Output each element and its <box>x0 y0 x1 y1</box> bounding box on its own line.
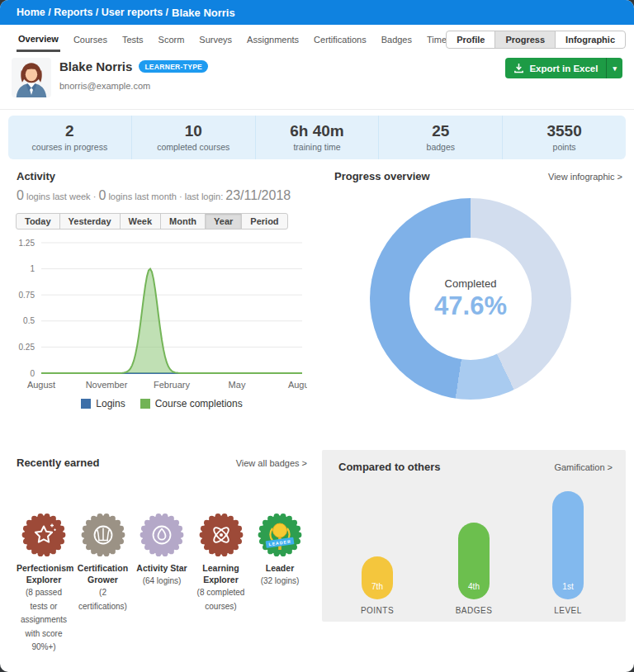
badge-detail: (32 logins) <box>253 575 307 589</box>
badge-detail: (2 certifications) <box>76 586 130 613</box>
stat-training-time: 6h 40m training time <box>256 116 380 159</box>
badge-perfectionism-explorer: Perfectionism Explorer (8 passed tests o… <box>17 512 71 655</box>
logins-week-value: 0 <box>17 188 24 202</box>
progress-heading: Progress overview <box>334 170 430 182</box>
chevron-down-icon[interactable]: ▾ <box>606 58 622 78</box>
recently-earned-heading: Recently earned <box>17 457 99 469</box>
completed-percentage: 47.6% <box>434 291 507 321</box>
points-rank: 7th <box>362 582 393 591</box>
badges-rank: 4th <box>458 582 490 591</box>
badge-name: Activity Star <box>135 562 189 574</box>
legend-label: Logins <box>96 398 125 409</box>
activity-heading: Activity <box>17 170 307 182</box>
badge-name: Learning Explorer <box>194 562 248 585</box>
tab-surveys[interactable]: Surveys <box>197 27 234 50</box>
stat-value: 3550 <box>546 123 581 140</box>
stat-label: badges <box>427 142 455 152</box>
tab-scorm[interactable]: Scorm <box>157 27 187 50</box>
profile-button[interactable]: Profile <box>446 31 495 49</box>
badge-activity-star: Activity Star (64 logins) <box>135 512 189 655</box>
badges-label: BADGES <box>456 606 493 615</box>
tab-overview[interactable]: Overview <box>17 26 60 52</box>
activity-line-chart: 1.2510.750.50.250AugustNovemberFebruaryM… <box>13 236 307 401</box>
stat-points: 3550 points <box>503 116 626 159</box>
points-label: POINTS <box>361 606 394 615</box>
view-all-badges-link[interactable]: View all badges > <box>236 458 307 468</box>
progress-donut-chart: Completed 47.6% <box>370 198 571 400</box>
export-label: Export in Excel <box>529 64 598 73</box>
chart-legend: Logins Course completions <box>17 398 307 409</box>
badge-name: Leader <box>253 562 307 574</box>
avatar <box>12 58 51 97</box>
filter-period[interactable]: Period <box>241 213 287 230</box>
badge-detail: (64 logins) <box>135 575 189 589</box>
avatar-illustration <box>12 58 51 97</box>
stat-label: points <box>553 142 576 152</box>
last-login-value: 23/11/2018 <box>225 188 291 202</box>
tab-courses[interactable]: Courses <box>72 27 109 50</box>
activity-section: Activity 0 logins last week · 0 logins l… <box>17 170 307 182</box>
compared-to-others-section: Compared to others Gamification > 7th PO… <box>322 450 626 622</box>
stat-courses-in-progress: 2 courses in progress <box>8 116 132 159</box>
tab-certifications[interactable]: Certifications <box>312 27 368 50</box>
stat-label: training time <box>293 142 340 152</box>
badges-bar: 4th <box>458 523 490 599</box>
svg-text:August: August <box>288 380 307 390</box>
filter-yesterday[interactable]: Yesterday <box>59 213 121 230</box>
activity-meta: 0 logins last week · 0 logins last month… <box>17 188 291 203</box>
stat-value: 10 <box>185 123 202 140</box>
infographic-button[interactable]: Infographic <box>555 31 626 49</box>
stat-value: 2 <box>65 123 74 140</box>
svg-text:0.5: 0.5 <box>23 316 35 325</box>
stat-label: courses in progress <box>32 142 108 152</box>
stat-value: 25 <box>432 123 449 140</box>
points-bar-column: 7th POINTS <box>362 556 393 599</box>
tab-assignments[interactable]: Assignments <box>245 27 300 50</box>
view-infographic-link[interactable]: View infographic > <box>548 172 622 182</box>
badge-name: Perfectionism Explorer <box>17 562 71 585</box>
certification-badge-icon <box>80 512 126 558</box>
breadcrumb[interactable]: Home / Reports / User reports / Blake No… <box>0 0 634 25</box>
level-bar-column: 1st LEVEL <box>552 491 584 599</box>
view-switcher: Profile Progress Infographic <box>447 31 626 49</box>
legend-course-completions: Course completions <box>140 398 243 409</box>
svg-text:August: August <box>27 380 55 390</box>
points-bar: 7th <box>362 556 393 599</box>
legend-label: Course completions <box>155 398 243 409</box>
level-label: LEVEL <box>554 606 582 615</box>
stat-completed-courses: 10 completed courses <box>132 116 256 159</box>
compare-heading: Compared to others <box>338 461 441 473</box>
gamification-link[interactable]: Gamification > <box>554 462 613 472</box>
filter-year[interactable]: Year <box>205 213 242 230</box>
breadcrumb-path[interactable]: Home / Reports / User reports / <box>17 7 168 18</box>
export-excel-button[interactable]: Export in Excel ▾ <box>505 58 622 78</box>
user-type-badge: LEARNER-TYPE <box>139 60 208 73</box>
user-email: bnorris@example.com <box>59 81 150 91</box>
filter-today[interactable]: Today <box>16 213 60 230</box>
user-name: Blake Norris <box>59 59 132 73</box>
filter-month[interactable]: Month <box>160 213 206 230</box>
filter-week[interactable]: Week <box>120 213 162 230</box>
report-tabs: Overview Courses Tests Scorm Surveys Ass… <box>17 25 462 53</box>
svg-text:February: February <box>154 380 191 390</box>
badge-learning-explorer: Learning Explorer (8 completed courses) <box>194 512 248 655</box>
leader-trophy-badge-icon: LEADER <box>257 512 303 558</box>
stat-badges: 25 badges <box>379 116 503 159</box>
svg-text:0: 0 <box>30 369 35 378</box>
svg-text:0.75: 0.75 <box>19 291 35 300</box>
level-rank: 1st <box>552 582 584 591</box>
tab-tests[interactable]: Tests <box>121 27 145 50</box>
atom-badge-icon <box>198 512 244 558</box>
tab-badges[interactable]: Badges <box>380 27 414 50</box>
donut-center: Completed 47.6% <box>409 238 532 360</box>
tab-bar: Overview Courses Tests Scorm Surveys Ass… <box>0 25 634 53</box>
svg-text:0.25: 0.25 <box>19 343 35 352</box>
svg-text:1.25: 1.25 <box>19 239 35 248</box>
flame-badge-icon <box>139 512 185 558</box>
logins-week-label: logins last week <box>26 192 91 201</box>
badge-leader: LEADER Leader (32 logins) <box>253 512 307 655</box>
progress-button[interactable]: Progress <box>494 31 556 49</box>
badge-detail: (8 passed tests or assignments with scor… <box>17 586 71 655</box>
user-header: Blake Norris LEARNER-TYPE bnorris@exampl… <box>0 53 634 110</box>
star-badge-icon <box>21 512 67 558</box>
